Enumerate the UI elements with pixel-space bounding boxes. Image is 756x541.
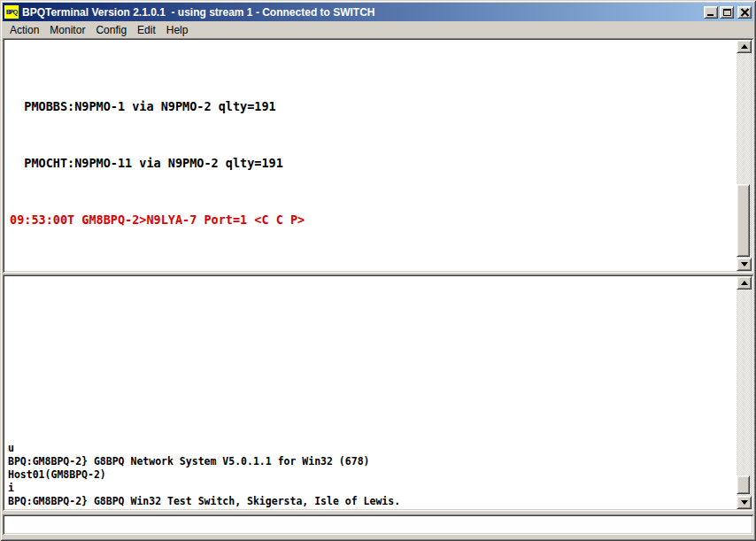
session-scrollbar (737, 276, 752, 509)
monitor-line: PMOBBS:N9PMO-1 via N9PMO-2 qlty=191 (10, 99, 737, 113)
menu-item[interactable]: Config (90, 22, 132, 38)
monitor-output: PMOBBS:N9PMO-1 via N9PMO-2 qlty=191 PMOC… (4, 40, 737, 271)
scrollbar-track[interactable] (737, 290, 752, 496)
window-controls (704, 6, 752, 19)
maximize-icon (723, 9, 731, 16)
command-input-box (3, 514, 753, 535)
monitor-line: PMOCHT:N9PMO-11 via N9PMO-2 qlty=191 (10, 156, 737, 170)
session-output: u BPQ:GM8BPQ-2} G8BPQ Network System V5.… (4, 276, 737, 509)
session-line: BPQ:GM8BPQ-2} G8BPQ Network System V5.0.… (8, 455, 737, 468)
session-line: u (8, 442, 737, 455)
window-title: BPQTerminal Version 2.1.0.1 - using stre… (22, 6, 704, 19)
menu-item[interactable]: Monitor (44, 22, 90, 38)
command-input[interactable] (4, 516, 752, 533)
monitor-scrollbar (737, 40, 752, 271)
session-line: BPQ:GM8BPQ-2} G8BPQ Win32 Test Switch, S… (8, 495, 737, 508)
monitor-pane[interactable]: PMOBBS:N9PMO-1 via N9PMO-2 qlty=191 PMOC… (3, 38, 753, 273)
session-line: i (8, 482, 737, 495)
menu-item[interactable]: Edit (132, 22, 161, 38)
scrollbar-thumb[interactable] (737, 475, 750, 494)
title-bar[interactable]: BPQ BPQTerminal Version 2.1.0.1 - using … (3, 3, 753, 21)
close-icon (740, 8, 750, 17)
arrow-up-icon (741, 281, 748, 285)
arrow-down-icon (741, 262, 748, 267)
minimize-button[interactable] (704, 6, 718, 19)
arrow-up-icon (741, 44, 748, 49)
session-pane[interactable]: u BPQ:GM8BPQ-2} G8BPQ Network System V5.… (3, 274, 753, 511)
close-button[interactable] (737, 6, 752, 19)
arrow-down-icon (741, 500, 748, 505)
monitor-line: 09:53:05T GM8BPQ-2>N9LYA-7 Port=1 <C C P… (10, 269, 737, 271)
scroll-down-button[interactable] (737, 258, 752, 271)
app-icon: BPQ (4, 5, 19, 19)
scroll-up-button[interactable] (737, 276, 752, 290)
menu-item[interactable]: Help (161, 22, 194, 38)
minimize-icon (707, 14, 714, 16)
scroll-up-button[interactable] (737, 40, 752, 53)
scroll-down-button[interactable] (737, 496, 752, 509)
maximize-button[interactable] (720, 6, 734, 19)
menu-item[interactable]: Action (4, 22, 44, 38)
scrollbar-track[interactable] (737, 53, 752, 258)
bpqterminal-window: BPQ BPQTerminal Version 2.1.0.1 - using … (0, 0, 756, 541)
menu-bar: Action Monitor Config Edit Help (3, 22, 753, 38)
monitor-line: 09:53:00T GM8BPQ-2>N9LYA-7 Port=1 <C C P… (10, 213, 737, 227)
scrollbar-thumb[interactable] (737, 184, 750, 257)
session-line: Host01(GM8BPQ-2) (8, 468, 737, 482)
